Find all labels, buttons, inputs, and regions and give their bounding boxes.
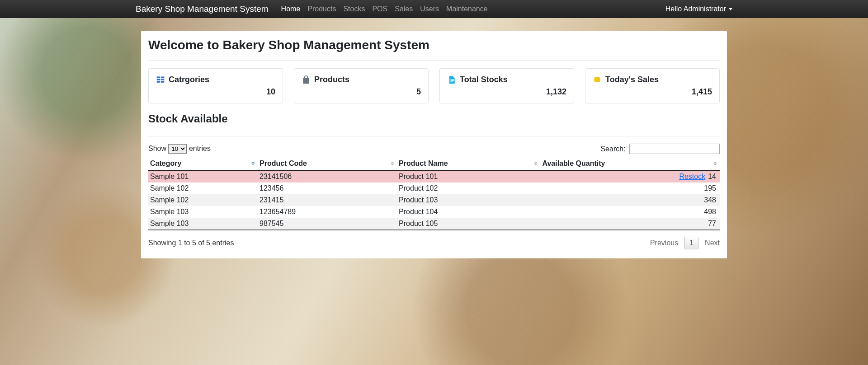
cell-code: 123654789: [258, 206, 397, 218]
svg-rect-1: [157, 79, 160, 80]
svg-rect-8: [451, 81, 453, 82]
cell-category: Sample 103: [148, 206, 258, 218]
page-number[interactable]: 1: [684, 237, 698, 249]
search-label: Search:: [600, 145, 625, 153]
file-icon: [447, 75, 456, 84]
nav-link-home[interactable]: Home: [278, 1, 304, 17]
stock-table: CategoryProduct CodeProduct NameAvailabl…: [148, 157, 720, 230]
svg-rect-7: [451, 80, 454, 80]
next-button[interactable]: Next: [705, 239, 720, 247]
cell-qty: 498: [540, 206, 720, 218]
stat-label: Total Stocks: [460, 75, 508, 84]
stat-value: 1,415: [593, 87, 712, 97]
cell-code: 987545: [258, 218, 397, 230]
length-prefix: Show: [148, 145, 166, 152]
section-title: Stock Available: [148, 112, 720, 125]
table-row: Sample 10123141506Product 101Restock14: [148, 171, 720, 183]
stat-card-1: Products5: [294, 68, 429, 103]
nav-link-pos[interactable]: POS: [368, 1, 391, 17]
col-category[interactable]: Category: [148, 157, 258, 171]
svg-rect-0: [157, 76, 160, 78]
cell-qty: 77: [540, 218, 720, 230]
cell-name: Product 102: [397, 182, 540, 194]
col-available-quantity[interactable]: Available Quantity: [540, 157, 720, 171]
table-row: Sample 103987545Product 10577: [148, 218, 720, 230]
page-title: Welcome to Bakery Shop Management System: [148, 38, 720, 52]
brand: Bakery Shop Management System: [136, 4, 269, 14]
sort-icon: [713, 162, 717, 166]
sort-icon: [534, 162, 538, 166]
user-label: Hello Administrator: [665, 5, 726, 13]
svg-rect-6: [451, 79, 454, 80]
divider: [148, 136, 720, 136]
svg-rect-2: [157, 81, 160, 82]
stat-card-2: Total Stocks1,132: [439, 68, 574, 103]
stat-label: Catrgories: [169, 75, 209, 84]
cell-name: Product 105: [397, 218, 540, 230]
svg-rect-3: [161, 76, 165, 78]
cell-code: 23141506: [258, 171, 397, 183]
main-card: Welcome to Bakery Shop Management System…: [141, 31, 727, 258]
bag-icon: [302, 75, 311, 84]
nav-link-stocks[interactable]: Stocks: [340, 1, 368, 17]
table-info: Showing 1 to 5 of 5 entries: [148, 239, 234, 247]
col-product-code[interactable]: Product Code: [258, 157, 397, 171]
cell-qty: 348: [540, 194, 720, 206]
divider: [148, 61, 720, 61]
cell-category: Sample 101: [148, 171, 258, 183]
cell-name: Product 104: [397, 206, 540, 218]
stat-value: 5: [302, 87, 421, 97]
stat-value: 10: [156, 87, 275, 97]
table-row: Sample 103123654789Product 104498: [148, 206, 720, 218]
cell-category: Sample 103: [148, 218, 258, 230]
prev-button[interactable]: Previous: [650, 239, 678, 247]
user-dropdown[interactable]: Hello Administrator: [665, 1, 732, 17]
stat-label: Products: [314, 75, 349, 84]
nav-link-products[interactable]: Products: [304, 1, 340, 17]
entries-length: Show 10 entries: [148, 144, 211, 154]
search-filter: Search:: [600, 144, 720, 154]
svg-rect-5: [161, 81, 165, 82]
length-select[interactable]: 10: [168, 144, 187, 154]
cell-name: Product 101: [397, 171, 540, 183]
table-row: Sample 102231415Product 103348: [148, 194, 720, 206]
search-input[interactable]: [629, 144, 720, 154]
cell-code: 231415: [258, 194, 397, 206]
svg-rect-4: [161, 79, 165, 80]
stat-card-3: Today's Sales1,415: [585, 68, 720, 103]
stat-label: Today's Sales: [605, 75, 659, 84]
sort-icon: [251, 162, 255, 166]
cell-qty: Restock14: [540, 171, 720, 183]
pagination: Previous 1 Next: [650, 237, 720, 249]
nav-links: HomeProductsStocksPOSSalesUsersMaintenan…: [278, 1, 491, 17]
cell-code: 123456: [258, 182, 397, 194]
cell-name: Product 103: [397, 194, 540, 206]
chevron-down-icon: [729, 8, 732, 10]
nav-link-maintenance[interactable]: Maintenance: [443, 1, 491, 17]
table-row: Sample 102123456Product 102195: [148, 182, 720, 194]
stat-value: 1,132: [447, 87, 566, 97]
restock-link[interactable]: Restock: [679, 173, 705, 180]
length-suffix: entries: [189, 145, 211, 152]
stat-card-0: Catrgories10: [148, 68, 283, 103]
grid-icon: [156, 75, 165, 84]
nav-link-users[interactable]: Users: [416, 1, 443, 17]
cell-category: Sample 102: [148, 182, 258, 194]
cell-qty: 195: [540, 182, 720, 194]
stat-row: Catrgories10Products5Total Stocks1,132To…: [148, 68, 720, 103]
sort-icon: [391, 162, 394, 166]
nav-link-sales[interactable]: Sales: [391, 1, 416, 17]
navbar: Bakery Shop Management System HomeProduc…: [0, 0, 868, 18]
coins-icon: [593, 75, 602, 84]
cell-category: Sample 102: [148, 194, 258, 206]
col-product-name[interactable]: Product Name: [397, 157, 540, 171]
